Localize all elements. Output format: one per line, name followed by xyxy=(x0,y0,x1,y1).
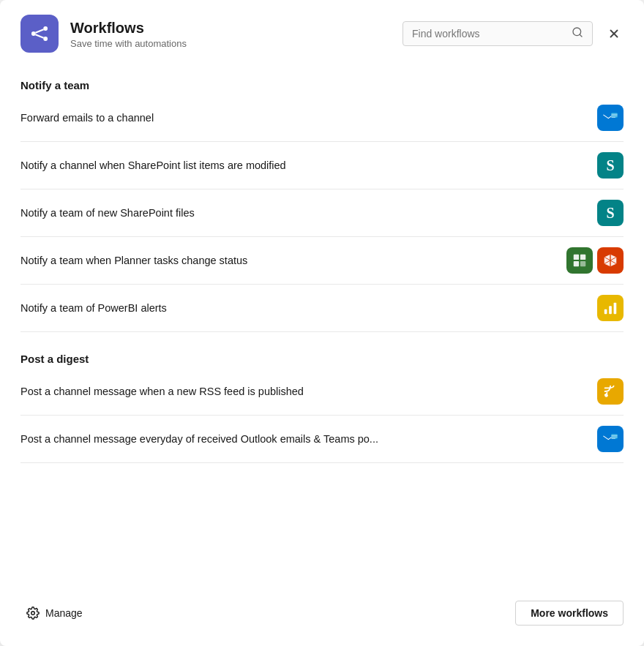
workflow-label: Post a channel message when a new RSS fe… xyxy=(20,386,588,397)
svg-point-0 xyxy=(31,31,36,36)
office-icon xyxy=(597,247,624,274)
section-post-digest: Post a digest Post a channel message whe… xyxy=(20,353,624,463)
workflow-label: Notify a channel when SharePoint list it… xyxy=(20,159,588,171)
more-workflows-button[interactable]: More workflows xyxy=(515,601,624,626)
workflow-item-powerbi[interactable]: Notify a team of PowerBI alerts xyxy=(20,285,624,332)
svg-line-4 xyxy=(35,34,43,38)
svg-line-3 xyxy=(35,29,43,33)
section-title-digest: Post a digest xyxy=(20,353,624,365)
outlook-icon xyxy=(597,426,624,452)
svg-rect-13 xyxy=(574,261,579,266)
panel-content: Notify a team Forward emails to a channe… xyxy=(0,64,644,586)
workflow-label: Notify a team of new SharePoint files xyxy=(20,207,588,219)
search-icon xyxy=(572,26,583,41)
planner-icon xyxy=(566,247,593,274)
workflow-item-outlook-digest[interactable]: Post a channel message everyday of recei… xyxy=(20,416,624,463)
section-notify-team: Notify a team Forward emails to a channe… xyxy=(20,79,624,332)
powerbi-icon xyxy=(597,295,624,321)
workflow-icons xyxy=(597,426,624,452)
post-digest-list: Post a channel message when a new RSS fe… xyxy=(20,368,624,463)
header-text-block: Workflows Save time with automations xyxy=(70,19,402,49)
workflow-icons xyxy=(597,295,624,321)
panel-header: Workflows Save time with automations xyxy=(0,0,644,64)
workflow-item-forward-emails[interactable]: Forward emails to a channel xyxy=(20,94,624,142)
svg-rect-14 xyxy=(580,261,585,266)
svg-line-6 xyxy=(580,34,582,37)
rss-icon xyxy=(597,378,624,405)
search-input[interactable] xyxy=(412,28,567,40)
workflow-label: Notify a team of PowerBI alerts xyxy=(20,302,588,314)
workflows-svg-icon xyxy=(29,23,50,44)
sharepoint-icon: S xyxy=(597,152,624,179)
workflow-icons xyxy=(566,247,624,274)
svg-point-2 xyxy=(43,37,48,41)
workflow-item-sharepoint-list[interactable]: Notify a channel when SharePoint list it… xyxy=(20,142,624,189)
workflow-label: Notify a team when Planner tasks change … xyxy=(20,255,558,266)
svg-rect-17 xyxy=(614,303,617,315)
section-title-notify: Notify a team xyxy=(20,79,624,91)
workflow-label: Forward emails to a channel xyxy=(20,112,588,124)
workflow-icons: S xyxy=(597,200,624,226)
workflow-icons xyxy=(597,105,624,131)
workflow-item-rss[interactable]: Post a channel message when a new RSS fe… xyxy=(20,368,624,416)
svg-point-21 xyxy=(31,612,35,615)
svg-rect-11 xyxy=(574,255,579,260)
workflow-label: Post a channel message everyday of recei… xyxy=(20,433,588,445)
workflow-item-planner[interactable]: Notify a team when Planner tasks change … xyxy=(20,237,624,285)
manage-label: Manage xyxy=(45,607,83,619)
gear-icon xyxy=(26,606,40,620)
sharepoint-icon: S xyxy=(597,200,624,226)
more-workflows-label: More workflows xyxy=(531,607,608,619)
search-bar[interactable] xyxy=(402,21,593,46)
close-button[interactable] xyxy=(604,24,624,43)
workflows-panel: Workflows Save time with automations Not… xyxy=(0,0,644,646)
workflows-app-icon xyxy=(20,15,59,53)
workflow-item-sharepoint-files[interactable]: Notify a team of new SharePoint files S xyxy=(20,189,624,237)
svg-point-1 xyxy=(43,26,48,31)
notify-team-list: Forward emails to a channel xyxy=(20,94,624,332)
manage-button[interactable]: Manage xyxy=(20,602,89,624)
panel-subtitle: Save time with automations xyxy=(70,38,402,49)
svg-rect-16 xyxy=(609,306,612,314)
workflow-icons: S xyxy=(597,152,624,179)
svg-rect-15 xyxy=(604,309,607,314)
outlook-icon xyxy=(597,105,624,131)
svg-rect-12 xyxy=(580,255,585,260)
workflow-icons xyxy=(597,378,624,405)
panel-title: Workflows xyxy=(70,19,402,37)
panel-footer: Manage More workflows xyxy=(0,586,644,646)
